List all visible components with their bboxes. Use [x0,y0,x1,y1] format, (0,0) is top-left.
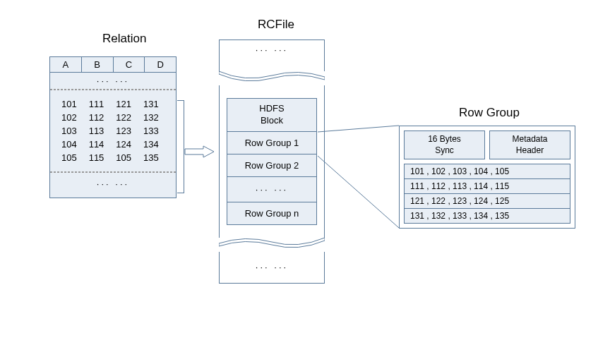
cell: 133 [143,126,165,136]
cell: 114 [89,139,110,150]
cell: 115 [89,152,110,163]
wave-separator-icon [219,238,325,252]
ellipsis: ··· ··· [227,177,316,202]
column-chunk: 121 , 122 , 123 , 124 , 125 [405,194,570,209]
hdfs-block-header: HDFSBlock [227,99,316,132]
cell: 123 [116,126,137,136]
column-header: C [114,57,145,72]
cell: 135 [143,152,165,163]
row-group-item: Row Group n [227,202,316,224]
rcfile-bottom-section: ··· ··· [219,252,325,284]
metadata-block: MetadataHeader [489,131,570,159]
cell: 121 [116,99,137,109]
relation-body: 101 111 121 131 102 112 122 132 103 113 … [50,90,176,172]
rowgroup-title: Row Group [459,106,520,120]
table-row: 105 115 105 135 [56,151,170,164]
cell: 112 [89,112,110,123]
table-row: 101 111 121 131 [56,97,170,111]
cell: 122 [116,112,137,123]
cell: 105 [61,152,83,163]
rcfile-top-section: ··· ··· [219,40,325,71]
row-group-item: Row Group 2 [227,154,316,177]
ellipsis: ··· ··· [256,262,288,272]
column-header: B [82,57,114,72]
svg-line-0 [318,126,399,132]
rcfile-container: ··· ··· HDFSBlock Row Group 1 Row Group … [219,40,325,284]
relation-header-row: A B C D [50,57,176,73]
sync-block: 16 BytesSync [404,131,485,159]
column-chunk: 111 , 112 , 113 , 114 , 115 [405,179,570,194]
cell: 103 [61,126,83,136]
table-row: 102 112 122 132 [56,111,170,124]
rowgroup-detail: 16 BytesSync MetadataHeader 101 , 102 , … [399,126,575,229]
cell: 104 [61,139,83,150]
table-row: 104 114 124 134 [56,138,170,151]
ellipsis: ··· ··· [256,44,288,55]
column-header: A [50,57,82,72]
column-header: D [145,57,176,72]
arrow-icon [184,145,215,159]
column-chunk: 101 , 102 , 103 , 104 , 105 [405,164,570,179]
cell: 102 [61,112,83,123]
rcfile-middle-section: HDFSBlock Row Group 1 Row Group 2 ··· ··… [219,85,325,238]
ellipsis: ··· ··· [50,172,176,198]
relation-title: Relation [102,32,146,46]
cell: 124 [116,139,137,150]
relation-table: A B C D ··· ··· 101 111 121 131 102 112 … [49,56,177,198]
wave-separator-icon [219,71,325,85]
table-row: 103 113 123 133 [56,124,170,138]
cell: 105 [116,152,137,163]
cell: 101 [61,99,83,109]
row-group-item: Row Group 1 [227,132,316,154]
rowgroup-header: 16 BytesSync MetadataHeader [404,131,570,159]
ellipsis: ··· ··· [50,73,176,90]
cell: 131 [143,99,165,109]
svg-line-1 [318,156,399,228]
rcfile-title: RCFile [258,18,294,32]
cell: 111 [89,99,110,109]
cell: 134 [143,139,165,150]
hdfs-block: HDFSBlock Row Group 1 Row Group 2 ··· ··… [227,98,317,225]
cell: 113 [89,126,110,136]
rowgroup-data: 101 , 102 , 103 , 104 , 105 111 , 112 , … [404,164,570,224]
cell: 132 [143,112,165,123]
column-chunk: 131 , 132 , 133 , 134 , 135 [405,209,570,223]
